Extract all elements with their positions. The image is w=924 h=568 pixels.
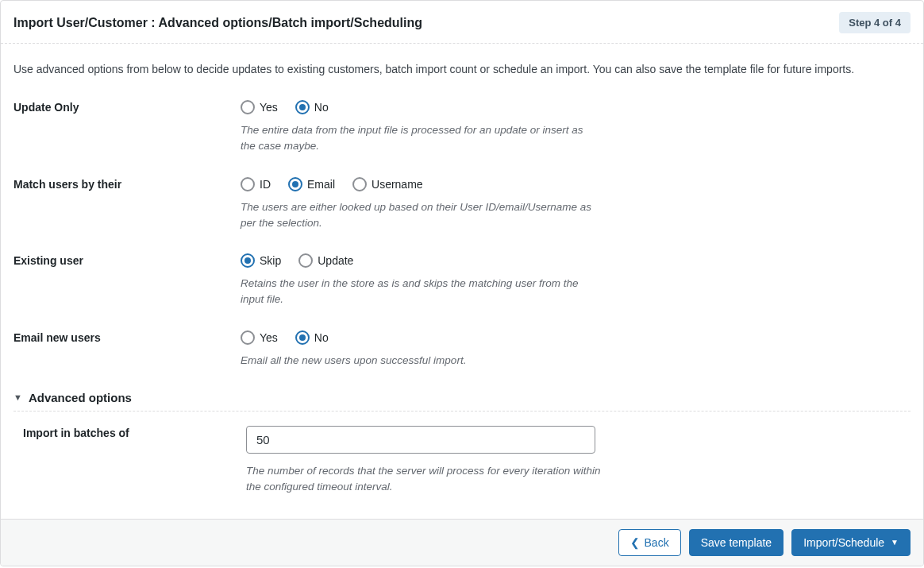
radio-icon <box>241 177 255 191</box>
radio-existing-user-skip[interactable]: Skip <box>241 253 281 268</box>
radio-update-only-no[interactable]: No <box>295 100 329 114</box>
advanced-options-toggle[interactable]: ▼ Advanced options <box>13 391 911 412</box>
radio-icon <box>298 253 313 268</box>
radio-icon <box>241 253 255 268</box>
import-schedule-label: Import/Schedule <box>803 535 884 550</box>
label-existing-user: Existing user <box>13 253 241 267</box>
radio-label: Update <box>318 254 353 267</box>
help-existing-user: Retains the user in the store as is and … <box>241 276 598 308</box>
help-update-only: The entire data from the input file is p… <box>241 122 598 155</box>
radio-label: Yes <box>260 331 278 344</box>
label-batch-size: Import in batches of <box>23 426 246 439</box>
field-update-only: Update Only Yes No The entire data from … <box>13 100 911 155</box>
label-email-new-users: Email new users <box>13 330 241 344</box>
radio-group-match-users: ID Email Username <box>241 177 598 191</box>
radio-label: No <box>314 331 329 344</box>
radio-update-only-yes[interactable]: Yes <box>241 100 278 114</box>
save-template-label: Save template <box>701 535 772 550</box>
radio-icon <box>295 100 310 114</box>
panel-body: Use advanced options from below to decid… <box>1 44 923 519</box>
help-match-users: The users are either looked up based on … <box>241 199 598 232</box>
save-template-button[interactable]: Save template <box>689 529 784 556</box>
radio-email-new-users-yes[interactable]: Yes <box>241 330 278 345</box>
chevron-left-icon: ❮ <box>630 537 640 548</box>
label-update-only: Update Only <box>13 100 241 114</box>
radio-label: Yes <box>260 101 278 114</box>
help-batch-size: The number of records that the server wi… <box>246 463 603 496</box>
field-match-users: Match users by their ID Email Username <box>13 177 911 232</box>
radio-email-new-users-no[interactable]: No <box>295 330 329 345</box>
radio-group-email-new-users: Yes No <box>241 330 598 345</box>
field-batch-size: Import in batches of The number of recor… <box>23 426 911 496</box>
radio-label: No <box>314 101 329 114</box>
radio-icon <box>352 177 367 191</box>
radio-existing-user-update[interactable]: Update <box>298 253 353 268</box>
back-button[interactable]: ❮ Back <box>618 529 681 556</box>
advanced-options-body: Import in batches of The number of recor… <box>13 426 911 496</box>
chevron-down-icon: ▼ <box>13 393 22 402</box>
step-badge: Step 4 of 4 <box>839 12 911 33</box>
radio-label: ID <box>260 178 271 191</box>
radio-match-users-email[interactable]: Email <box>288 177 335 191</box>
radio-icon <box>295 330 310 345</box>
radio-icon <box>241 100 255 114</box>
intro-text: Use advanced options from below to decid… <box>13 61 911 78</box>
back-button-label: Back <box>645 535 669 550</box>
field-email-new-users: Email new users Yes No Email all the new… <box>13 330 911 369</box>
page-title: Import User/Customer : Advanced options/… <box>13 16 422 30</box>
help-email-new-users: Email all the new users upon successful … <box>241 353 598 369</box>
radio-group-existing-user: Skip Update <box>241 253 598 268</box>
panel-footer: ❮ Back Save template Import/Schedule ▼ <box>1 519 923 566</box>
radio-match-users-username[interactable]: Username <box>352 177 423 191</box>
radio-icon <box>288 177 302 191</box>
radio-label: Skip <box>260 254 281 267</box>
radio-match-users-id[interactable]: ID <box>241 177 271 191</box>
advanced-options-title: Advanced options <box>29 391 132 404</box>
import-schedule-button[interactable]: Import/Schedule ▼ <box>791 529 911 556</box>
import-wizard-panel: Import User/Customer : Advanced options/… <box>0 0 924 566</box>
radio-label: Email <box>307 178 335 191</box>
field-existing-user: Existing user Skip Update Retains the us… <box>13 253 911 308</box>
radio-group-update-only: Yes No <box>241 100 598 114</box>
radio-icon <box>241 330 255 345</box>
label-match-users: Match users by their <box>13 177 241 191</box>
batch-size-input[interactable] <box>246 426 595 454</box>
panel-header: Import User/Customer : Advanced options/… <box>1 1 923 44</box>
chevron-down-icon: ▼ <box>891 539 899 547</box>
radio-label: Username <box>372 178 423 191</box>
